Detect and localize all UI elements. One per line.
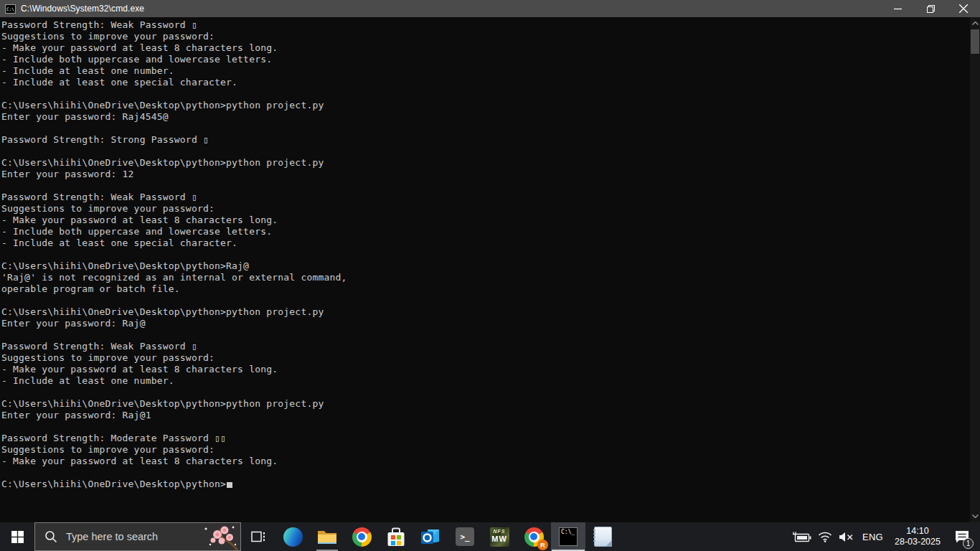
terminal-line: - Include at least one number. <box>1 375 967 387</box>
terminal-line: 'Raj@' is not recognized as an internal … <box>1 272 967 283</box>
terminal-line: C:\Users\hiihi\OneDrive\Desktop\python>p… <box>1 157 967 169</box>
chrome-profile-badge: R <box>537 540 548 550</box>
file-explorer-icon <box>317 528 337 545</box>
terminal-line <box>1 180 967 192</box>
clock[interactable]: 14:10 28-03-2025 <box>892 526 943 547</box>
cmd-window: C:\_ C:\Windows\System32\cmd.exe Passwor… <box>0 0 980 522</box>
terminal-line <box>1 249 967 260</box>
terminal-line <box>1 123 967 134</box>
scroll-up-arrow-icon[interactable] <box>970 18 980 29</box>
google-chrome-icon <box>352 527 372 547</box>
minimize-icon <box>894 5 902 13</box>
terminal-line: Suggestions to improve your password: <box>1 203 967 215</box>
taskbar-chrome-profile-button[interactable]: R <box>517 522 551 551</box>
system-tray: ENG 14:10 28-03-2025 1 <box>792 522 980 551</box>
microsoft-edge-icon <box>283 527 303 547</box>
terminal-line: Enter your password: Raj@ <box>1 318 967 329</box>
search-placeholder: Type here to search <box>66 531 158 542</box>
clock-time: 14:10 <box>892 526 943 537</box>
taskbar-outlook-button[interactable] <box>413 522 448 551</box>
terminal-line: Enter your password: 12 <box>1 169 967 180</box>
terminal-line: Enter your password: Raj4545@ <box>1 111 967 123</box>
terminal-line: Suggestions to improve your password: <box>1 444 967 456</box>
terminal-line: Password Strength: Strong Password ▯ <box>1 134 967 146</box>
terminal-line: C:\Users\hiihi\OneDrive\Desktop\python>p… <box>1 100 967 111</box>
terminal-line: - Include at least one special character… <box>1 237 967 249</box>
terminal-line: Password Strength: Weak Password ▯ <box>1 192 967 203</box>
battery-icon <box>792 531 811 542</box>
notification-count-badge: 1 <box>963 538 974 549</box>
text-cursor <box>227 482 232 488</box>
prompt-text: C:\Users\hiihi\OneDrive\Desktop\python> <box>1 479 226 489</box>
terminal-line <box>1 329 967 341</box>
terminal-line: - Make your password at least 8 characte… <box>1 456 967 467</box>
console-output: Password Strength: Weak Password ▯Sugges… <box>0 17 970 522</box>
terminal-line: Suggestions to improve your password: <box>1 352 967 364</box>
taskbar-cmd-button[interactable]: C:\_ <box>551 522 585 551</box>
terminal-line: - Make your password at least 8 characte… <box>1 42 967 54</box>
cherry-blossom-decoration-icon <box>196 523 240 550</box>
restore-icon <box>927 5 935 13</box>
close-button[interactable] <box>947 0 980 17</box>
search-icon <box>44 530 57 543</box>
terminal-line: - Include both uppercase and lowercase l… <box>1 226 967 237</box>
taskbar-edge-button[interactable] <box>275 522 310 551</box>
minimize-button[interactable] <box>881 0 914 17</box>
restore-button[interactable] <box>914 0 947 17</box>
terminal-line: Password Strength: Weak Password ▯ <box>1 19 967 31</box>
scrollbar[interactable] <box>970 17 980 522</box>
terminal-line <box>1 467 967 479</box>
volume-button[interactable] <box>839 532 854 542</box>
terminal-line <box>1 387 967 398</box>
nfs-most-wanted-icon: NFSMW <box>490 527 509 547</box>
scroll-down-arrow-icon[interactable] <box>970 511 980 522</box>
window-title: C:\Windows\System32\cmd.exe <box>21 4 144 14</box>
terminal-line: - Include both uppercase and lowercase l… <box>1 54 967 65</box>
scrollbar-thumb[interactable] <box>971 29 979 54</box>
terminal-line: C:\Users\hiihi\OneDrive\Desktop\python>p… <box>1 398 967 410</box>
taskbar: Type here to search <box>0 522 980 551</box>
terminal-line: - Include at least one special character… <box>1 77 967 88</box>
clock-date: 28-03-2025 <box>892 537 943 547</box>
terminal-line: Enter your password: Raj@1 <box>1 410 967 421</box>
terminal-line: - Make your password at least 8 characte… <box>1 215 967 226</box>
window-controls <box>881 0 980 17</box>
cmd-icon: C:\_ <box>559 527 578 546</box>
terminal-line: Password Strength: Weak Password ▯ <box>1 341 967 352</box>
language-indicator[interactable]: ENG <box>860 532 885 542</box>
wifi-icon <box>818 532 832 542</box>
titlebar[interactable]: C:\_ C:\Windows\System32\cmd.exe <box>0 0 980 17</box>
cmd-app-icon: C:\_ <box>5 4 16 14</box>
taskbar-nfs-game-button[interactable]: NFSMW <box>482 522 517 551</box>
terminal-line <box>1 421 967 433</box>
task-view-icon <box>251 531 265 542</box>
action-center-button[interactable]: 1 <box>950 522 974 551</box>
terminal-line: operable program or batch file. <box>1 283 967 295</box>
network-status-button[interactable] <box>818 532 832 542</box>
taskbar-file-explorer-button[interactable] <box>310 522 344 551</box>
terminal-line: C:\Users\hiihi\OneDrive\Desktop\python>R… <box>1 260 967 272</box>
volume-muted-icon <box>839 532 854 542</box>
terminal-prompt-line: C:\Users\hiihi\OneDrive\Desktop\python> <box>1 479 967 490</box>
terminal-line: Password Strength: Moderate Password ▯▯ <box>1 433 967 444</box>
microsoft-store-icon <box>387 527 405 547</box>
terminal-line: Suggestions to improve your password: <box>1 31 967 42</box>
terminal-line: - Include at least one number. <box>1 65 967 77</box>
terminal-icon: >_ <box>456 527 474 546</box>
taskbar-terminal-button[interactable]: >_ <box>448 522 482 551</box>
start-button[interactable] <box>0 522 34 551</box>
terminal-line <box>1 295 967 306</box>
close-icon <box>959 4 968 13</box>
terminal-line <box>1 88 967 100</box>
battery-status-button[interactable] <box>792 531 811 542</box>
outlook-icon <box>420 527 440 546</box>
notepad-icon <box>594 527 612 547</box>
terminal-line: - Make your password at least 8 characte… <box>1 364 967 375</box>
taskbar-store-button[interactable] <box>379 522 413 551</box>
taskbar-notepad-button[interactable] <box>585 522 620 551</box>
terminal-line <box>1 146 967 157</box>
search-box[interactable]: Type here to search <box>34 522 241 551</box>
taskbar-chrome-button[interactable] <box>344 522 379 551</box>
terminal-line: C:\Users\hiihi\OneDrive\Desktop\python>p… <box>1 306 967 318</box>
task-view-button[interactable] <box>241 522 275 551</box>
